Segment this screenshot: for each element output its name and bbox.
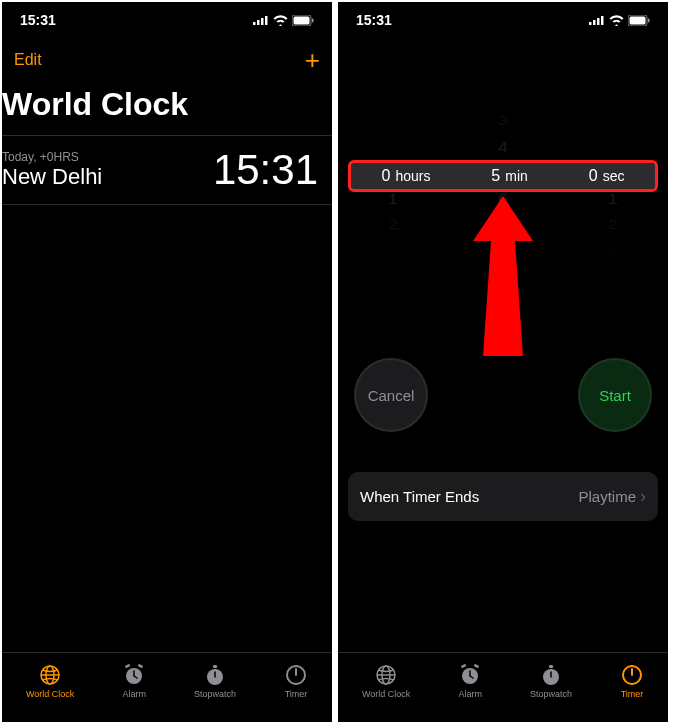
status-time: 15:31 <box>20 12 56 28</box>
alarm-icon <box>122 663 146 687</box>
tab-label: World Clock <box>26 689 74 699</box>
stopwatch-icon <box>203 663 227 687</box>
chevron-right-icon: › <box>640 486 646 507</box>
timer-icon <box>284 663 308 687</box>
svg-rect-23 <box>601 16 604 25</box>
cancel-button[interactable]: Cancel <box>354 358 428 432</box>
svg-rect-25 <box>630 16 646 24</box>
signal-icon <box>253 15 269 25</box>
tab-stopwatch[interactable]: Stopwatch <box>530 663 572 699</box>
globe-icon <box>374 663 398 687</box>
svg-rect-22 <box>597 18 600 25</box>
tab-stopwatch[interactable]: Stopwatch <box>194 663 236 699</box>
clock-city: New Delhi <box>2 164 102 190</box>
clock-row[interactable]: Today, +0HRS New Delhi 15:31 <box>2 135 332 205</box>
tab-timer[interactable]: Timer <box>284 663 308 699</box>
svg-rect-2 <box>261 18 264 25</box>
add-button[interactable]: + <box>305 45 320 76</box>
timer-buttons-row: Cancel Start <box>338 358 668 432</box>
when-timer-ends-row[interactable]: When Timer Ends Playtime › <box>348 472 658 521</box>
status-time: 15:31 <box>356 12 392 28</box>
tab-bar: World Clock Alarm Stopwatch Timer <box>2 652 332 722</box>
svg-rect-1 <box>257 20 260 25</box>
svg-rect-0 <box>253 22 256 25</box>
tab-timer[interactable]: Timer <box>620 663 644 699</box>
tab-bar: World Clock Alarm Stopwatch Timer <box>338 652 668 722</box>
picker-selection-bar: 0hours 5min 0sec <box>348 160 658 192</box>
stopwatch-icon <box>539 663 563 687</box>
status-icons <box>253 15 314 26</box>
globe-icon <box>38 663 62 687</box>
svg-rect-6 <box>312 18 314 22</box>
tab-label: Stopwatch <box>194 689 236 699</box>
when-timer-ends-label: When Timer Ends <box>360 488 479 505</box>
svg-rect-12 <box>138 663 144 668</box>
edit-button[interactable]: Edit <box>14 51 42 69</box>
wifi-icon <box>273 15 288 26</box>
svg-rect-31 <box>461 663 467 668</box>
svg-rect-11 <box>125 663 131 668</box>
tab-alarm[interactable]: Alarm <box>122 663 146 699</box>
tab-label: Alarm <box>458 689 482 699</box>
tab-label: World Clock <box>362 689 410 699</box>
tab-label: Timer <box>621 689 644 699</box>
tab-alarm[interactable]: Alarm <box>458 663 482 699</box>
status-bar: 15:31 <box>2 2 332 38</box>
wifi-icon <box>609 15 624 26</box>
clock-list: Today, +0HRS New Delhi 15:31 <box>2 135 332 652</box>
start-button[interactable]: Start <box>578 358 652 432</box>
tab-worldclock[interactable]: World Clock <box>26 663 74 699</box>
tab-worldclock[interactable]: World Clock <box>362 663 410 699</box>
clock-time: 15:31 <box>213 146 318 194</box>
time-picker[interactable]: 0 1 2 2 3 4 0 6 7 8 0 1 2 3 0hours 5min <box>338 68 668 298</box>
svg-rect-32 <box>474 663 480 668</box>
svg-rect-5 <box>294 16 310 24</box>
status-icons <box>589 15 650 26</box>
timer-icon <box>620 663 644 687</box>
svg-rect-3 <box>265 16 268 25</box>
phone-worldclock: 15:31 Edit + World Clock Today, +0HRS Ne… <box>2 2 332 722</box>
alarm-icon <box>458 663 482 687</box>
battery-icon <box>292 15 314 26</box>
clock-offset: Today, +0HRS <box>2 150 102 164</box>
tab-label: Stopwatch <box>530 689 572 699</box>
nav-bar: Edit + <box>2 38 332 82</box>
tab-label: Timer <box>285 689 308 699</box>
svg-rect-16 <box>213 665 217 668</box>
svg-rect-36 <box>549 665 553 668</box>
svg-rect-21 <box>593 20 596 25</box>
tab-label: Alarm <box>122 689 146 699</box>
svg-rect-20 <box>589 22 592 25</box>
svg-rect-26 <box>648 18 650 22</box>
page-title: World Clock <box>2 82 332 135</box>
status-bar: 15:31 <box>338 2 668 38</box>
signal-icon <box>589 15 605 25</box>
battery-icon <box>628 15 650 26</box>
phone-timer: 15:31 0 1 2 2 3 4 0 6 <box>338 2 668 722</box>
when-timer-ends-value: Playtime <box>578 488 636 505</box>
